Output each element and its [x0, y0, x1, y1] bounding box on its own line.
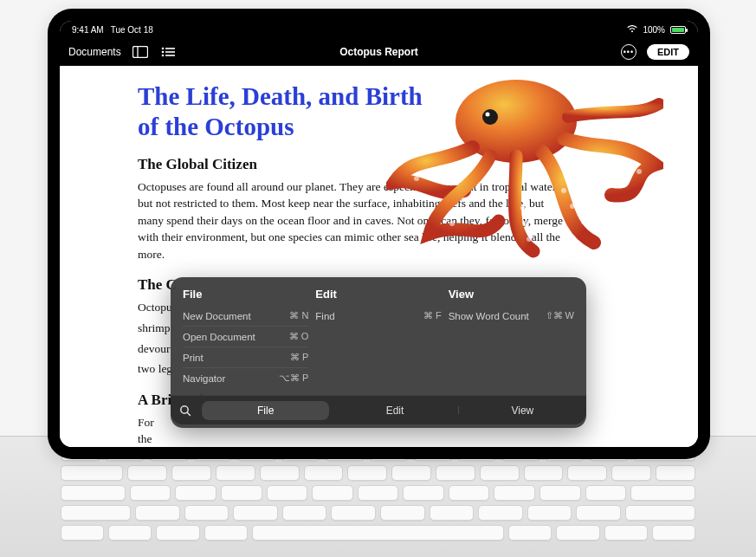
hud-item-label: Navigator [183, 373, 225, 384]
hud-item-shortcut: ⌘ O [289, 331, 309, 342]
svg-point-13 [414, 176, 419, 181]
hud-item-open-document[interactable]: Open Document ⌘ O [183, 327, 308, 347]
svg-rect-7 [165, 55, 175, 56]
svg-point-20 [561, 188, 566, 193]
svg-point-11 [440, 169, 445, 174]
hud-heading-file: File [183, 288, 308, 301]
hud-heading-view: View [449, 288, 574, 301]
hud-item-label: Print [183, 353, 204, 363]
svg-point-21 [570, 204, 575, 209]
hud-item-shortcut: ⌘ P [290, 352, 308, 363]
svg-point-4 [161, 51, 164, 54]
hud-item-find[interactable]: Find ⌘ F [315, 306, 441, 326]
hud-item-label: New Document [183, 311, 251, 321]
hud-item-label: Find [315, 311, 334, 321]
svg-point-14 [470, 197, 475, 202]
back-documents-button[interactable]: Documents [68, 46, 121, 58]
svg-point-10 [486, 113, 490, 117]
svg-rect-0 [132, 47, 147, 58]
hud-item-label: Show Word Count [449, 311, 529, 321]
edit-button[interactable]: EDIT [647, 44, 689, 60]
hud-item-shortcut: ⌘ N [289, 310, 308, 321]
status-bar: 9:41 AM Tue Oct 18 100% [60, 21, 698, 38]
hud-tab-edit[interactable]: Edit [331, 405, 458, 417]
hud-item-shortcut: ⌘ F [423, 310, 442, 321]
svg-line-27 [187, 412, 190, 415]
hud-item-navigator[interactable]: Navigator ⌥⌘ P [183, 368, 308, 388]
hud-item-shortcut: ⌥⌘ P [279, 372, 308, 384]
hud-item-new-document[interactable]: New Document ⌘ N [183, 306, 308, 327]
ipad-device-frame: 9:41 AM Tue Oct 18 100% Documents Octopu… [48, 9, 710, 459]
svg-rect-5 [165, 51, 175, 53]
status-time: 9:41 AM [72, 25, 104, 35]
wifi-icon [627, 25, 637, 35]
octopus-illustration [386, 69, 663, 269]
document-title: Octopus Report [60, 46, 698, 58]
svg-point-17 [520, 205, 526, 210]
list-view-icon[interactable] [159, 43, 177, 61]
svg-point-16 [449, 221, 455, 226]
svg-point-6 [161, 55, 164, 57]
hud-col-view: View Show Word Count ⇧⌘ W [449, 288, 574, 388]
more-options-icon[interactable]: ••• [621, 44, 636, 60]
ipad-screen: 9:41 AM Tue Oct 18 100% Documents Octopu… [60, 21, 698, 447]
battery-icon [670, 26, 686, 34]
svg-point-2 [161, 48, 164, 50]
app-toolbar: Documents Octopus Report ••• EDIT [60, 38, 698, 66]
keyboard-shortcuts-hud: File New Document ⌘ N Open Document ⌘ O … [171, 277, 586, 428]
hud-col-file: File New Document ⌘ N Open Document ⌘ O … [183, 288, 308, 388]
sidebar-toggle-icon[interactable] [132, 43, 149, 61]
hud-item-label: Open Document [183, 332, 255, 342]
svg-point-25 [636, 169, 642, 174]
hud-item-shortcut: ⇧⌘ W [546, 310, 574, 321]
hud-search-button[interactable] [171, 405, 200, 417]
svg-point-12 [427, 172, 432, 178]
hud-item-print[interactable]: Print ⌘ P [183, 347, 308, 368]
hud-tab-file[interactable]: File [202, 401, 329, 420]
svg-point-23 [604, 153, 610, 159]
svg-point-22 [581, 219, 586, 224]
status-date: Tue Oct 18 [111, 25, 153, 35]
svg-point-19 [527, 236, 532, 242]
battery-percent: 100% [643, 25, 665, 35]
svg-point-15 [460, 210, 465, 215]
hud-item-show-word-count[interactable]: Show Word Count ⇧⌘ W [449, 306, 574, 326]
hud-tab-bar: File Edit View [171, 395, 586, 424]
hud-tab-view[interactable]: View [459, 405, 586, 417]
svg-point-24 [622, 160, 627, 165]
svg-rect-3 [165, 48, 175, 49]
svg-point-9 [482, 109, 498, 125]
hud-heading-edit: Edit [315, 288, 441, 301]
hud-col-edit: Edit Find ⌘ F [315, 288, 441, 388]
svg-point-18 [522, 221, 527, 226]
